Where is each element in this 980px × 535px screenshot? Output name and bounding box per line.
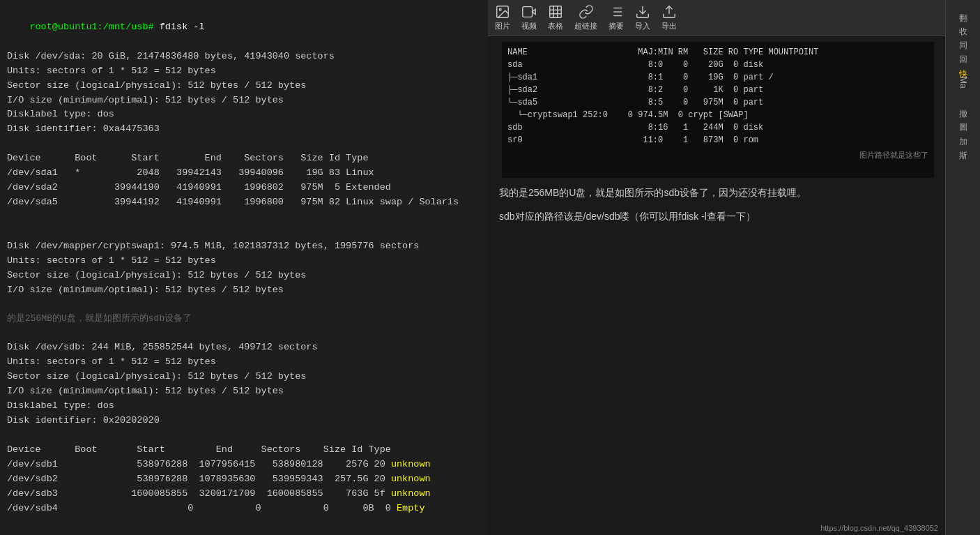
terminal-line-1: Disk /dev/sda: 20 GiB, 21474836480 bytes… bbox=[7, 50, 481, 64]
terminal-line-sdb3: /dev/sdb3 1600085855 3200171709 16000858… bbox=[7, 487, 481, 502]
toolbar-table[interactable]: 表格 bbox=[548, 4, 563, 31]
terminal-line-6: Disk identifier: 0xa4475363 bbox=[7, 122, 481, 137]
toolbar-video[interactable]: 视频 bbox=[521, 4, 537, 31]
export-icon bbox=[661, 4, 677, 20]
toolbar-summary[interactable]: 摘要 bbox=[608, 4, 624, 31]
terminal-line-units2: Units: sectors of 1 * 512 = 512 bytes bbox=[7, 254, 481, 269]
terminal-line-sector2: Sector size (logical/physical): 512 byte… bbox=[7, 269, 481, 283]
toolbar-summary-label: 摘要 bbox=[608, 21, 624, 31]
toolbar-image-label: 图片 bbox=[495, 21, 510, 31]
terminal-line-disklabel2: Disklabel type: dos bbox=[7, 399, 481, 414]
prompt: root@ubuntu1:/mnt/usb# bbox=[29, 22, 159, 32]
svg-rect-4 bbox=[550, 6, 562, 18]
terminal-line-diskid2: Disk identifier: 0x20202020 bbox=[7, 414, 481, 428]
terminal-line-sda5: /dev/sda5 39944192 41940991 1996800 975M… bbox=[7, 195, 481, 210]
terminal-line-sdb1: /dev/sdb1 538976288 1077956415 538980128… bbox=[7, 458, 481, 472]
video-icon bbox=[521, 4, 537, 20]
rt-line-0: NAME MAJ:MIN RM SIZE RO TYPE MOUNTPOINT bbox=[507, 46, 928, 59]
rt-line-6: sdb 8:16 1 244M 0 disk bbox=[507, 121, 928, 134]
toolbar-video-label: 视频 bbox=[521, 21, 537, 31]
sidebar-item-ma[interactable]: Ma bbox=[958, 77, 968, 89]
terminal-line-crypt: Disk /dev/mapper/cryptswap1: 974.5 MiB, … bbox=[7, 239, 481, 254]
terminal-line-blank5 bbox=[7, 326, 481, 341]
terminal-line-4: I/O size (minimum/optimal): 512 bytes / … bbox=[7, 93, 481, 108]
summary-icon bbox=[608, 4, 624, 20]
image-icon bbox=[495, 4, 510, 20]
terminal-line-blank2 bbox=[7, 210, 481, 225]
rt-line-4: └─sda5 8:5 0 975M 0 part bbox=[507, 96, 928, 109]
toolbar: 图片 视频 表格 超链接 bbox=[488, 0, 945, 36]
terminal-line-blank6 bbox=[7, 428, 481, 443]
terminal-line-2: Units: sectors of 1 * 512 = 512 bytes bbox=[7, 64, 481, 79]
terminal-line-io3: I/O size (minimum/optimal): 512 bytes / … bbox=[7, 384, 481, 399]
terminal-line-header1: Device Boot Start End Sectors Size Id Ty… bbox=[7, 151, 481, 166]
toolbar-image[interactable]: 图片 bbox=[495, 4, 510, 31]
right-sidebar: 翻 收 同 回 快 Ma 撤 圖 加 斯 bbox=[945, 0, 980, 535]
content-text2: sdb对应的路径该是/dev/sdb喽（你可以用fdisk -l查看一下） bbox=[499, 211, 756, 222]
sdb3-type: unknown bbox=[391, 488, 431, 499]
right-terminal-container: NAME MAJ:MIN RM SIZE RO TYPE MOUNTPOINT … bbox=[495, 42, 938, 178]
toolbar-import-label: 导入 bbox=[635, 21, 650, 31]
terminal-line-io2: I/O size (minimum/optimal): 512 bytes / … bbox=[7, 283, 481, 298]
rt-line-3: ├─sda2 8:2 0 1K 0 part bbox=[507, 84, 928, 96]
terminal-line-blank4 bbox=[7, 297, 481, 312]
terminal-line-units3: Units: sectors of 1 * 512 = 512 bytes bbox=[7, 355, 481, 370]
toolbar-table-label: 表格 bbox=[548, 21, 563, 31]
link-icon bbox=[579, 4, 594, 20]
content-text1: 我的是256MB的U盘，就是如图所示的sdb设备了，因为还没有挂载哩。 bbox=[499, 187, 806, 198]
sdb1-type: unknown bbox=[391, 459, 431, 469]
terminal-line-3: Sector size (logical/physical): 512 byte… bbox=[7, 79, 481, 93]
toolbar-link[interactable]: 超链接 bbox=[574, 4, 597, 31]
right-panel: 图片 视频 表格 超链接 bbox=[488, 0, 980, 535]
table-icon bbox=[548, 4, 563, 20]
toolbar-import[interactable]: 导入 bbox=[635, 4, 650, 31]
toolbar-export-label: 导出 bbox=[661, 21, 677, 31]
terminal-line-blank3 bbox=[7, 225, 481, 239]
content-area: 我的是256MB的U盘，就是如图所示的sdb设备了，因为还没有挂载哩。 sdb对… bbox=[488, 178, 945, 535]
terminal-line-sda1: /dev/sda1 * 2048 39942143 39940096 19G 8… bbox=[7, 166, 481, 181]
terminal-line-blank1 bbox=[7, 137, 481, 151]
toolbar-export[interactable]: 导出 bbox=[661, 4, 677, 31]
terminal-line-sector3: Sector size (logical/physical): 512 byte… bbox=[7, 370, 481, 384]
rt-line-7: sr0 11:0 1 873M 0 rom bbox=[507, 134, 928, 146]
content-para1: 我的是256MB的U盘，就是如图所示的sdb设备了，因为还没有挂载哩。 bbox=[499, 185, 934, 202]
svg-point-1 bbox=[499, 8, 501, 10]
toolbar-link-label: 超链接 bbox=[574, 21, 597, 31]
terminal-line-5: Disklabel type: dos bbox=[7, 107, 481, 122]
terminal-line-0: root@ubuntu1:/mnt/usb# fdisk -l bbox=[7, 6, 481, 50]
terminal-line-sdb2: /dev/sdb2 538976288 1078935630 539959343… bbox=[7, 472, 481, 487]
terminal-line-blurred: 的是256MB的U盘，就是如图所示的sdb设备了 bbox=[7, 312, 481, 326]
sdb2-type: unknown bbox=[391, 474, 431, 484]
right-main: 图片 视频 表格 超链接 bbox=[488, 0, 945, 535]
command: fdisk -l bbox=[160, 22, 205, 32]
rt-line-caption: 图片路径就是这些了 bbox=[507, 146, 928, 161]
rt-line-1: sda 8:0 0 20G 0 disk bbox=[507, 59, 928, 71]
footer-url: https://blog.csdn.net/qq_43938052 bbox=[820, 524, 938, 532]
content-para2: sdb对应的路径该是/dev/sdb喽（你可以用fdisk -l查看一下） bbox=[499, 209, 934, 225]
rt-line-5: └─cryptswap1 252:0 0 974.5M 0 crypt [SWA… bbox=[507, 109, 928, 121]
terminal-line-sdb4: /dev/sdb4 0 0 0 0B 0 Empty bbox=[7, 502, 481, 516]
terminal-line-sda2: /dev/sda2 39944190 41940991 1996802 975M… bbox=[7, 181, 481, 195]
svg-rect-2 bbox=[523, 7, 533, 17]
sdb4-type: Empty bbox=[397, 503, 425, 513]
import-icon bbox=[635, 4, 650, 20]
terminal-left: root@ubuntu1:/mnt/usb# fdisk -l Disk /de… bbox=[0, 0, 488, 535]
right-terminal: NAME MAJ:MIN RM SIZE RO TYPE MOUNTPOINT … bbox=[502, 42, 934, 178]
terminal-line-header2: Device Boot Start End Sectors Size Id Ty… bbox=[7, 443, 481, 458]
rt-line-2: ├─sda1 8:1 0 19G 0 part / bbox=[507, 71, 928, 84]
terminal-line-sdb-disk: Disk /dev/sdb: 244 MiB, 255852544 bytes,… bbox=[7, 340, 481, 355]
